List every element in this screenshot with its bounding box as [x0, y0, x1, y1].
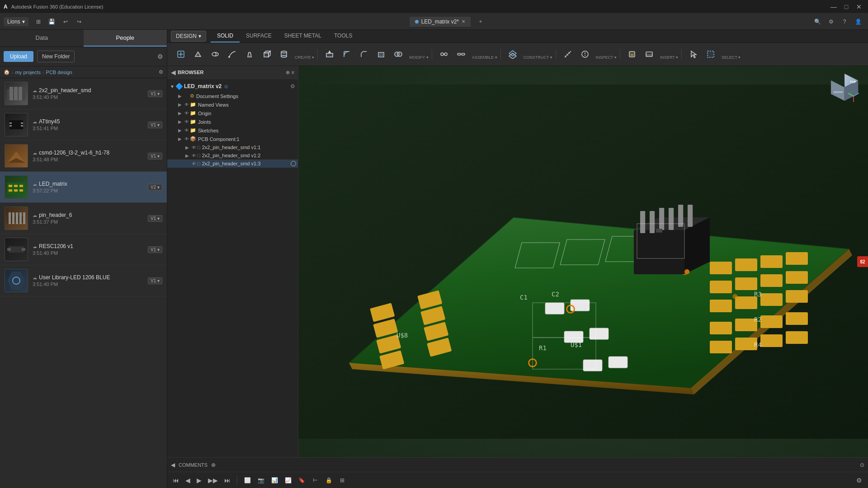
panel-settings-icon[interactable]: ⚙ — [157, 53, 163, 60]
browser-icon-1[interactable]: ⊕ — [286, 70, 290, 75]
insert-svg-tool[interactable]: SVG — [641, 48, 657, 61]
settings-icon[interactable]: ⚙ — [825, 15, 837, 28]
timeline-forward-button[interactable]: ▶▶ — [206, 476, 220, 485]
box-tool[interactable] — [259, 48, 275, 61]
tree-root-item[interactable]: ▼ 🔷 LED_matrix v2 ⊙ ⚙ — [167, 81, 298, 92]
file-version-badge[interactable]: V1 ▾ — [148, 246, 162, 253]
tree-item-pin-header-2[interactable]: ▶ 👁 □ 2x2_pin_header_smd v1:2 — [167, 151, 298, 160]
create-component-tool[interactable] — [173, 48, 189, 61]
help-icon[interactable]: ? — [838, 15, 851, 28]
combine-tool[interactable] — [390, 48, 406, 61]
file-version-badge[interactable]: V1 ▾ — [148, 122, 162, 128]
minimize-button[interactable]: — — [828, 2, 839, 11]
file-list-item[interactable]: ☁User Library-LED 1206 BLUE3:51:40 PMV1 … — [0, 265, 167, 296]
chamfer-tool[interactable] — [356, 48, 372, 61]
timeline-group-button[interactable]: ⊞ — [337, 475, 348, 486]
design-mode-dropdown[interactable]: DESIGN ▾ — [171, 31, 206, 42]
tree-item-pin-header-1[interactable]: ▶ 👁 □ 2x2_pin_header_smd v1:1 — [167, 143, 298, 151]
file-list-item[interactable]: ☁RESC1206 v13:51:40 PMV1 ▾ — [0, 234, 167, 265]
comments-collapse-button[interactable]: ◀ — [171, 462, 175, 468]
motion-link-tool[interactable] — [453, 48, 469, 61]
fillet-tool[interactable] — [339, 48, 355, 61]
timeline-back-button[interactable]: ◀ — [184, 476, 192, 485]
file-list-item[interactable]: ☁LED_matrix3:57:22 PMV2 ▾ — [0, 172, 167, 203]
file-list-item[interactable]: ☁pin_header_63:51:37 PMV1 ▾ — [0, 203, 167, 234]
file-list-item[interactable]: ☁ATtiny453:51:41 PMV1 ▾ — [0, 109, 167, 141]
new-folder-button[interactable]: New Folder — [37, 51, 75, 62]
breadcrumb-folder[interactable]: PCB design — [46, 70, 72, 75]
timeline-camera-button[interactable]: 📷 — [255, 475, 266, 486]
file-version-badge[interactable]: V2 ▾ — [148, 184, 162, 191]
tree-item-sketches[interactable]: ▶ 👁 📁 Sketches — [167, 126, 298, 135]
tab-surface[interactable]: SURFACE — [240, 30, 278, 42]
tree-item-pin-header-3[interactable]: 👁 □ 2x2_pin_header_smd v1:3 — [167, 160, 298, 168]
file-version-badge[interactable]: V1 ▾ — [148, 90, 162, 97]
upload-button[interactable]: Upload — [4, 51, 33, 62]
shell-tool[interactable] — [373, 48, 389, 61]
close-tab-button[interactable]: ✕ — [462, 19, 465, 24]
tree-item-doc-settings[interactable]: ▶ ⚙ Document Settings — [167, 92, 298, 100]
document-tab[interactable]: LED_matrix v2* ✕ — [410, 17, 471, 27]
file-list-item[interactable]: ☁2x2_pin_header_smd3:51:40 PMV1 ▾ — [0, 78, 167, 109]
file-version-badge[interactable]: V1 ▾ — [148, 153, 162, 160]
tab-tools[interactable]: TOOLS — [328, 30, 359, 42]
save-icon[interactable]: 💾 — [46, 15, 58, 28]
box-select-tool[interactable] — [703, 48, 719, 61]
tree-item-named-views[interactable]: ▶ 👁 📁 Named Views — [167, 100, 298, 109]
work-area: ◀ BROWSER ⊕ ≡ ▼ 🔷 LED_matrix v2 ⊙ — [167, 66, 868, 457]
press-pull-tool[interactable] — [321, 48, 338, 61]
offset-plane-tool[interactable] — [505, 48, 521, 61]
insert-mcmaster-tool[interactable]: M — [624, 48, 640, 61]
team-selector[interactable]: Lions ▾ — [4, 17, 28, 26]
timeline-play-button[interactable]: ▶ — [195, 476, 203, 485]
timeline-settings-icon[interactable]: ⚙ — [854, 475, 864, 486]
tree-item-pcb-component[interactable]: ▶ 👁 📦 PCB Component:1 — [167, 135, 298, 143]
tree-root-settings[interactable]: ⚙ — [290, 83, 295, 89]
select-tool[interactable] — [685, 48, 702, 61]
revolve-tool[interactable] — [207, 48, 223, 61]
close-button[interactable]: ✕ — [854, 2, 864, 11]
sweep-tool[interactable] — [224, 48, 241, 61]
add-tab-button[interactable]: ＋ — [474, 15, 487, 28]
comments-settings-icon[interactable]: ⊙ — [860, 462, 864, 468]
undo-icon[interactable]: ↩ — [59, 15, 72, 28]
timeline-chart-button[interactable]: 📊 — [269, 475, 280, 486]
timeline-end-button[interactable]: ⏭ — [222, 476, 232, 485]
tab-sheet-metal[interactable]: SHEET METAL — [278, 30, 328, 42]
loft-tool[interactable] — [241, 48, 258, 61]
tab-people[interactable]: People — [84, 30, 167, 47]
extrude-tool[interactable] — [190, 48, 206, 61]
timeline-split-button[interactable]: ⊢ — [310, 475, 321, 486]
file-version-badge[interactable]: V1 ▾ — [148, 277, 162, 284]
tree-item-joints[interactable]: ▶ 👁 📁 Joints — [167, 117, 298, 126]
timeline-stamp-button[interactable]: 🔖 — [296, 475, 307, 486]
grid-icon[interactable]: ⊞ — [32, 15, 45, 28]
browser-collapse-button[interactable]: ◀ — [171, 69, 176, 76]
file-version-badge[interactable]: V1 ▾ — [148, 215, 162, 222]
timeline-graph-button[interactable]: 📈 — [283, 475, 293, 486]
comments-icon[interactable]: ⊕ — [211, 462, 216, 468]
tab-solid[interactable]: SOLID — [211, 30, 240, 42]
breadcrumb-settings-icon[interactable]: ⚙ — [159, 69, 163, 75]
timeline-lock-button[interactable]: 🔒 — [323, 475, 334, 486]
hint-badge[interactable]: 82 — [857, 256, 868, 267]
breadcrumb-projects[interactable]: my projects — [15, 70, 41, 75]
browser-settings-icon[interactable]: ≡ — [292, 70, 294, 75]
orientation-cube[interactable]: TOP FRONT — [826, 71, 863, 108]
measure-tool[interactable] — [560, 48, 576, 61]
joint-tool[interactable] — [436, 48, 452, 61]
svg-rect-95 — [760, 293, 783, 306]
maximize-button[interactable]: □ — [841, 2, 852, 11]
timeline-capture-button[interactable]: ⬜ — [242, 475, 253, 486]
tree-item-origin[interactable]: ▶ 👁 📁 Origin — [167, 109, 298, 117]
user-avatar[interactable]: 👤 — [852, 15, 864, 28]
viewport[interactable]: C1 C2 R1 U$1 U$8 R3 R2 R4 — [298, 66, 868, 457]
analysis-tool[interactable] — [577, 48, 593, 61]
search-icon[interactable]: 🔍 — [811, 15, 824, 28]
breadcrumb-home[interactable]: 🏠 — [4, 69, 10, 75]
timeline-start-button[interactable]: ⏮ — [171, 476, 181, 485]
file-list-item[interactable]: ☁csmd-1206_l3-2_w1-6_h1-783:51:48 PMV1 ▾ — [0, 141, 167, 172]
cylinder-tool[interactable] — [276, 48, 292, 61]
redo-icon[interactable]: ↪ — [73, 15, 85, 28]
tab-data[interactable]: Data — [0, 30, 84, 47]
